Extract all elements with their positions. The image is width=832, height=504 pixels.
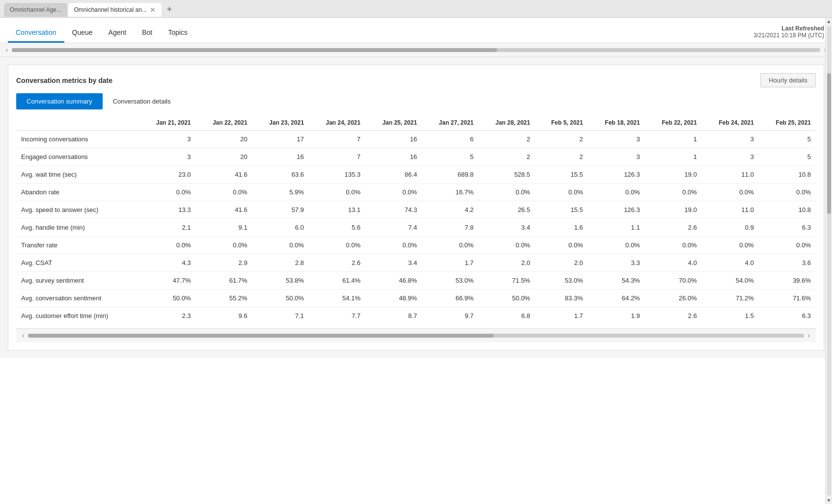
nav-tab-topics[interactable]: Topics [160, 22, 195, 43]
metric-value: 5.6 [309, 219, 365, 237]
vertical-scrollbar[interactable]: ▲ ▼ [825, 18, 832, 504]
metric-value: 41.6 [196, 201, 252, 219]
metric-value: 9.7 [422, 307, 478, 325]
col-header-metric [16, 115, 139, 131]
metric-value: 53.0% [422, 272, 478, 290]
col-header-date: Jan 25, 2021 [365, 115, 422, 131]
metric-value: 8.7 [365, 307, 422, 325]
top-navigation: Conversation Queue Agent Bot Topics Last… [0, 18, 832, 43]
metric-value: 0.0% [139, 184, 195, 201]
metric-value: 2.9 [196, 254, 252, 272]
tab-omnichannel-agent[interactable]: Omnichannel Age... [4, 3, 67, 17]
table-row: Avg. CSAT4.32.92.82.63.41.72.02.03.34.04… [16, 254, 816, 272]
metric-value: 70.0% [645, 272, 702, 290]
metric-value: 64.2% [588, 290, 645, 307]
metric-value: 3.4 [478, 219, 535, 237]
metric-value: 17 [252, 131, 309, 148]
metric-value: 50.0% [478, 290, 535, 307]
scroll-left-btn-bottom[interactable]: ‹ [20, 332, 26, 339]
scroll-right-btn-bottom[interactable]: › [806, 332, 812, 339]
metric-value: 3.6 [759, 254, 816, 272]
metric-value: 71.6% [759, 290, 816, 307]
table-row: Engaged conversations320167165223135 [16, 148, 816, 166]
metric-value: 2.0 [478, 254, 535, 272]
metric-value: 3 [139, 131, 195, 148]
nav-tab-conversation[interactable]: Conversation [8, 22, 64, 43]
metric-value: 2.6 [645, 219, 702, 237]
tab-omnichannel-historical[interactable]: Omnichannel historical an... ✕ [68, 3, 162, 17]
scroll-track-bottom[interactable] [28, 334, 804, 338]
metric-value: 5 [759, 148, 816, 166]
metric-value: 83.3% [535, 290, 588, 307]
metric-value: 26.0% [645, 290, 702, 307]
horizontal-scrollbar-top[interactable]: ‹ › [0, 43, 832, 57]
metric-value: 1.6 [535, 219, 588, 237]
metric-value: 23.0 [139, 166, 195, 184]
metric-value: 11.0 [702, 166, 759, 184]
scroll-down-btn[interactable]: ▼ [826, 497, 832, 504]
metric-value: 16.7% [422, 184, 478, 201]
metric-value: 3 [702, 148, 759, 166]
metric-value: 7 [309, 131, 365, 148]
col-header-date: Feb 18, 2021 [588, 115, 645, 131]
metric-value: 2.1 [139, 219, 195, 237]
metric-value: 46.8% [365, 272, 422, 290]
scroll-left-btn[interactable]: ‹ [4, 47, 10, 53]
main-content: Conversation metrics by date Hourly deta… [0, 57, 832, 358]
metric-value: 5 [759, 131, 816, 148]
col-header-date: Jan 22, 2021 [196, 115, 252, 131]
metrics-panel: Conversation metrics by date Hourly deta… [8, 65, 824, 350]
new-tab-button[interactable]: + [163, 3, 176, 17]
col-header-date: Feb 25, 2021 [759, 115, 816, 131]
hourly-details-button[interactable]: Hourly details [760, 73, 816, 87]
metric-value: 2.6 [645, 307, 702, 325]
metric-name: Avg. conversation sentiment [16, 290, 139, 307]
metric-value: 9.1 [196, 219, 252, 237]
col-header-date: Feb 22, 2021 [645, 115, 702, 131]
table-row: Avg. conversation sentiment50.0%55.2%50.… [16, 290, 816, 307]
metric-value: 1.9 [588, 307, 645, 325]
scroll-track-right[interactable] [827, 26, 831, 496]
col-header-date: Feb 24, 2021 [702, 115, 759, 131]
metric-value: 0.0% [759, 237, 816, 254]
tab-conversation-summary[interactable]: Conversation summary [16, 93, 103, 109]
metric-value: 0.0% [309, 237, 365, 254]
table-header: Jan 21, 2021Jan 22, 2021Jan 23, 2021Jan … [16, 115, 816, 131]
metric-name: Avg. handle time (min) [16, 219, 139, 237]
nav-tab-queue[interactable]: Queue [64, 22, 101, 43]
metric-value: 7 [309, 148, 365, 166]
scroll-track-top[interactable] [12, 48, 820, 52]
horizontal-scrollbar-bottom[interactable]: ‹ › [16, 328, 816, 342]
metric-value: 0.0% [365, 184, 422, 201]
table-row: Abandon rate0.0%0.0%5.9%0.0%0.0%16.7%0.0… [16, 184, 816, 201]
tab-conversation-details[interactable]: Conversation details [103, 93, 181, 109]
metric-value: 3 [588, 148, 645, 166]
metric-value: 2 [535, 148, 588, 166]
metric-value: 126.3 [588, 166, 645, 184]
metric-value: 16 [365, 148, 422, 166]
table-row: Avg. survey sentiment47.7%61.7%53.8%61.4… [16, 272, 816, 290]
metric-value: 53.8% [252, 272, 309, 290]
table-body: Incoming conversations320177166223135Eng… [16, 131, 816, 325]
metric-name: Transfer rate [16, 237, 139, 254]
metric-value: 0.0% [759, 184, 816, 201]
metric-value: 16 [252, 148, 309, 166]
tab-close-icon[interactable]: ✕ [150, 6, 156, 14]
metric-value: 0.0% [588, 237, 645, 254]
col-header-date: Jan 27, 2021 [422, 115, 478, 131]
nav-tab-bot[interactable]: Bot [134, 22, 160, 43]
metric-value: 1.5 [702, 307, 759, 325]
metric-value: 0.0% [702, 237, 759, 254]
metric-name: Abandon rate [16, 184, 139, 201]
scroll-up-btn[interactable]: ▲ [826, 18, 832, 25]
metric-value: 50.0% [252, 290, 309, 307]
nav-tab-agent[interactable]: Agent [101, 22, 135, 43]
metric-value: 3 [139, 148, 195, 166]
metric-value: 66.9% [422, 290, 478, 307]
metric-value: 2.3 [139, 307, 195, 325]
metric-value: 126.3 [588, 201, 645, 219]
metrics-table: Jan 21, 2021Jan 22, 2021Jan 23, 2021Jan … [16, 115, 816, 324]
metric-value: 61.7% [196, 272, 252, 290]
metric-value: 0.0% [588, 184, 645, 201]
metric-value: 61.4% [309, 272, 365, 290]
